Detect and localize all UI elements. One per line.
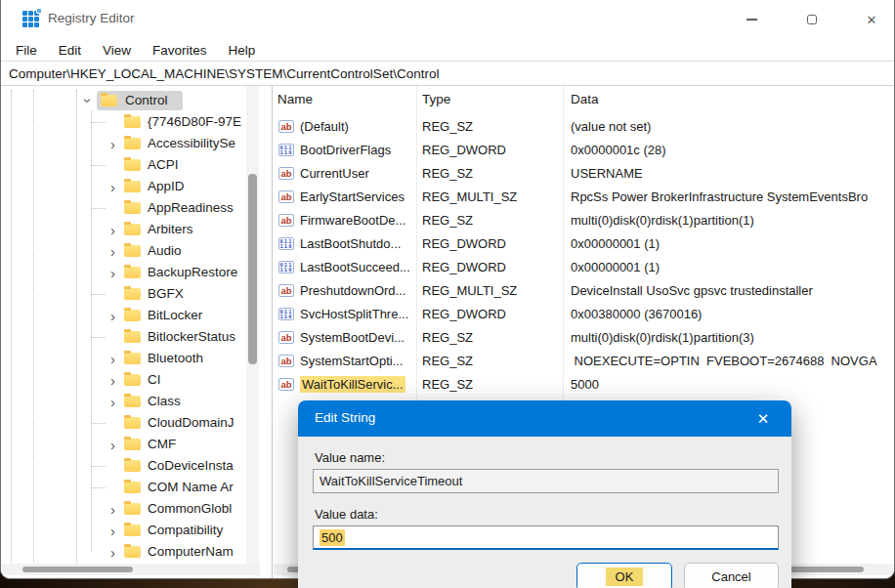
value-row[interactable]: abSystemStartOpti...REG_SZ NOEXECUTE=OPT… [274,350,894,373]
tree-item[interactable]: BitlockerStatus [1,326,272,348]
value-data-cell: 0x00380000 (3670016) [571,307,702,321]
tree-item[interactable]: BGFX [1,283,272,305]
address-bar[interactable]: Computer\HKEY_LOCAL_MACHINE\SYSTEM\Curre… [1,61,894,86]
chevron-right-icon[interactable]: › [106,434,120,455]
tree-item[interactable]: ›BitLocker [1,305,272,326]
chevron-right-icon[interactable]: › [106,520,120,541]
value-row[interactable]: abFirmwareBootDe...REG_SZmulti(0)disk(0)… [274,209,894,232]
tree-item[interactable]: CoDeviceInsta [1,455,272,477]
close-button[interactable]: ✕ [849,0,894,39]
column-header-name[interactable]: Name [277,92,313,106]
value-type-cell: REG_MULTI_SZ [422,189,517,204]
string-value-icon: ab [278,214,294,227]
chevron-right-icon[interactable]: › [106,348,120,369]
value-data-cell: NOEXECUTE=OPTIN FVEBOOT=2674688 NOVGA [571,354,877,368]
menu-edit[interactable]: Edit [48,43,92,58]
chevron-right-icon[interactable]: › [106,305,120,326]
value-row[interactable]: abSystemBootDevi...REG_SZmulti(0)disk(0)… [274,326,894,350]
tree-item-label: ComputerNam [148,544,234,559]
tree-item-label: BitlockerStatus [148,329,235,344]
tree-item[interactable]: ›AppID [1,176,272,197]
tree-item-label: CI [148,372,161,387]
value-name-cell: FirmwareBootDe... [300,213,405,228]
menu-file[interactable]: File [5,43,48,58]
value-data-text: 500 [320,529,345,546]
tree-horizontal-scrollbar[interactable] [1,564,260,575]
value-row[interactable]: abEarlyStartServicesREG_MULTI_SZRpcSs Po… [274,186,894,209]
tree-item[interactable]: ›CMF [1,434,272,455]
ok-button-label: OK [606,567,644,586]
value-name-field[interactable]: WaitToKillServiceTimeout [313,469,779,493]
chevron-right-icon[interactable]: › [106,391,120,412]
minimize-button[interactable] [729,0,774,39]
tree-item[interactable]: ›Compatibility [1,520,272,541]
value-row[interactable]: abWaitToKillServic...REG_SZ5000 [274,373,894,397]
edit-string-dialog: Edit String ✕ Value name: WaitToKillServ… [298,400,791,588]
tree-item[interactable]: ›CommonGlobl [1,498,272,520]
chevron-right-icon[interactable]: › [106,369,120,391]
tree-connector-line [91,487,106,488]
value-data-field[interactable]: 500 [313,525,779,550]
value-data-cell: multi(0)disk(0)rdisk(1)partition(3) [571,330,754,345]
tree-item[interactable]: ›Arbiters [1,219,272,240]
cancel-button[interactable]: Cancel [684,563,779,588]
tree-item[interactable]: AppReadiness [1,197,272,219]
dialog-title: Edit String [315,410,375,425]
value-row[interactable]: 011110LastBootShutdo...REG_DWORD0x000000… [274,232,894,256]
dialog-close-icon[interactable]: ✕ [746,400,780,437]
tree-item[interactable]: CloudDomainJ [1,412,272,434]
ok-button[interactable]: OK [576,563,672,588]
column-header-type[interactable]: Type [422,92,450,106]
chevron-right-icon[interactable]: › [106,262,120,283]
chevron-right-icon[interactable]: › [106,133,120,154]
dword-value-icon: 011110 [278,144,294,156]
value-row[interactable]: abCurrentUserREG_SZUSERNAME [274,162,894,186]
tree-item-root[interactable]: ›Control [1,90,272,111]
tree-item[interactable]: ›CI [1,369,272,391]
column-header-data[interactable]: Data [571,92,599,106]
chevron-right-icon[interactable]: › [106,219,120,240]
tree-item-label: Audio [148,243,182,258]
menu-favorites[interactable]: Favorites [142,43,218,58]
tree-item[interactable]: {7746D80F-97E [1,111,272,133]
chevron-right-icon[interactable]: › [106,240,120,262]
tree-item[interactable]: ›ComputerNam [1,541,272,563]
tree-item[interactable]: ›Class [1,391,272,412]
value-data-cell: multi(0)disk(0)rdisk(1)partition(1) [571,213,754,228]
tree-horizontal-scrollbar-thumb[interactable] [22,567,133,572]
value-row[interactable]: ab(Default)REG_SZ(value not set) [274,115,894,139]
chevron-right-icon[interactable]: › [106,498,120,520]
chevron-right-icon[interactable]: › [106,176,120,197]
folder-icon [124,331,141,343]
string-value-icon: ab [278,284,294,297]
value-type-cell: REG_SZ [422,377,473,392]
folder-icon [124,224,141,235]
maximize-button[interactable] [789,0,834,39]
tree-item-label: Control [125,93,168,107]
string-value-icon: ab [278,120,294,133]
value-row[interactable]: 011110SvcHostSplitThre...REG_DWORD0x0038… [274,303,894,326]
string-value-icon: ab [278,190,294,203]
tree-item[interactable]: ›Audio [1,240,272,262]
chevron-right-icon[interactable]: › [106,541,120,563]
tree-item[interactable]: ›AccessibilitySe [1,133,272,154]
tree-vertical-scrollbar[interactable] [246,86,259,564]
tree-item[interactable]: COM Name Ar [1,477,272,498]
tree-item[interactable]: ›Bluetooth [1,348,272,369]
chevron-down-icon[interactable]: › [78,94,100,108]
value-row[interactable]: 011110LastBootSucceed...REG_DWORD0x00000… [274,256,894,279]
value-row[interactable]: 011110BootDriverFlagsREG_DWORD0x0000001c… [274,139,894,162]
tree-item[interactable]: ›BackupRestore [1,262,272,283]
title-bar: Registry Editor ✕ [1,0,894,39]
registry-editor-app-icon [22,11,39,27]
tree-item[interactable]: ACPI [1,154,272,176]
folder-icon [124,245,141,257]
menu-view[interactable]: View [92,43,142,58]
tree-vertical-scrollbar-thumb[interactable] [248,174,257,364]
value-data-cell: USERNAME [571,166,643,181]
value-row[interactable]: abPreshutdownOrd...REG_MULTI_SZDeviceIns… [274,279,894,303]
menu-help[interactable]: Help [218,43,267,58]
registry-path: Computer\HKEY_LOCAL_MACHINE\SYSTEM\Curre… [1,66,439,81]
folder-icon [124,525,141,536]
value-data-cell: 0x0000001c (28) [571,143,666,157]
